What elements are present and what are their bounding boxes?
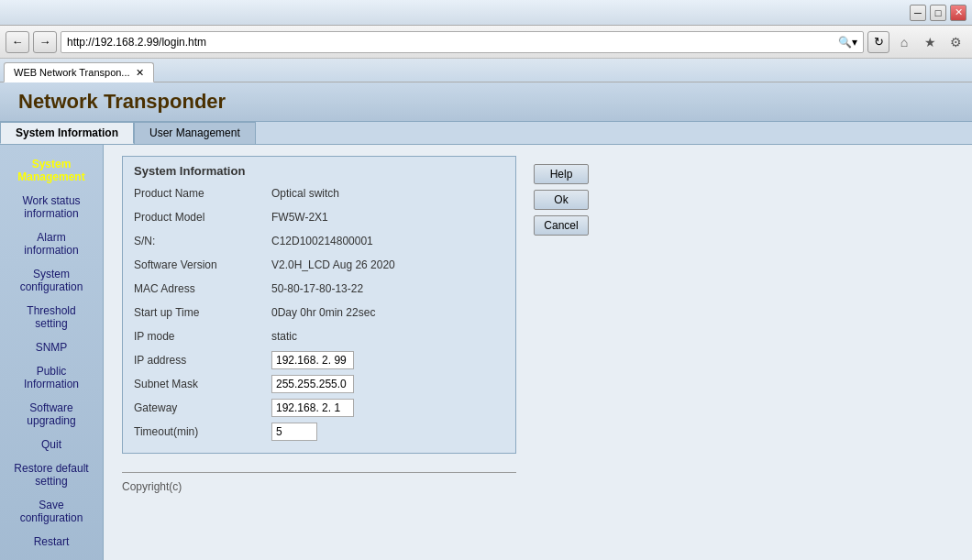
- sidebar-item-system-config-label: System configuration: [20, 268, 83, 293]
- field-product-name: Product Name Optical switch: [134, 183, 504, 203]
- label-sn: S/N:: [134, 235, 271, 247]
- ok-button[interactable]: Ok: [534, 190, 589, 210]
- input-subnet-mask[interactable]: [271, 375, 354, 393]
- sidebar-item-public-label: Public Information: [24, 365, 79, 390]
- maximize-button[interactable]: □: [930, 5, 946, 21]
- sidebar-item-restore-label: Restore default setting: [14, 462, 88, 488]
- sidebar-note: NOTE: Please save before restart: [0, 554, 103, 560]
- sidebar-item-threshold-setting[interactable]: Threshold setting: [0, 299, 103, 335]
- label-startup-time: Start up Time: [134, 306, 271, 319]
- value-ip-mode: static: [271, 330, 297, 343]
- app-title: Network Transponder: [18, 90, 954, 114]
- sidebar-item-save-configuration[interactable]: Save configuration: [0, 493, 103, 530]
- field-subnet-mask: Subnet Mask: [134, 374, 504, 394]
- window-controls: ─ □ ✕: [910, 5, 966, 21]
- section-title: System Information: [134, 164, 504, 178]
- sidebar-item-work-status[interactable]: Work status information: [0, 189, 103, 225]
- field-software-version: Software Version V2.0H_LCD Aug 26 2020: [134, 255, 504, 275]
- field-ip-mode: IP mode static: [134, 326, 504, 346]
- value-software-version: V2.0H_LCD Aug 26 2020: [271, 258, 395, 271]
- value-product-name: Optical switch: [271, 187, 339, 200]
- page-wrapper: Network Transponder System Information U…: [0, 82, 972, 560]
- nav-icons: ⌂ ★ ⚙: [893, 31, 966, 53]
- label-timeout: Timeout(min): [134, 425, 271, 438]
- browser-tab-active[interactable]: WEB Network Transpon... ✕: [4, 62, 154, 82]
- field-product-model: Product Model FW5W-2X1: [134, 207, 504, 227]
- nav-bar: ← → http://192.168.2.99/login.htm 🔍▾ ↻ ⌂…: [0, 26, 972, 59]
- sidebar-item-alarm-label: Alarm information: [24, 231, 78, 257]
- sidebar-item-work-status-label: Work status information: [22, 194, 80, 220]
- home-button[interactable]: ⌂: [893, 31, 915, 53]
- sidebar-item-system-configuration[interactable]: System configuration: [0, 262, 103, 299]
- sidebar-item-restart[interactable]: Restart: [0, 530, 103, 554]
- cancel-button[interactable]: Cancel: [534, 215, 589, 236]
- action-buttons: Help Ok Cancel: [534, 164, 589, 236]
- value-sn: C12D100214800001: [271, 235, 373, 247]
- favorites-button[interactable]: ★: [919, 31, 941, 53]
- content-area: System Information Help Ok Cancel Produc…: [104, 145, 972, 504]
- title-bar: ─ □ ✕: [0, 0, 972, 26]
- value-mac-address: 50-80-17-80-13-22: [271, 282, 363, 295]
- help-button[interactable]: Help: [534, 164, 589, 184]
- value-startup-time: 0Day 0hr 0min 22sec: [271, 306, 375, 319]
- back-button[interactable]: ←: [6, 31, 29, 53]
- address-bar[interactable]: http://192.168.2.99/login.htm 🔍▾: [61, 31, 864, 53]
- tab-user-management[interactable]: User Management: [134, 122, 256, 144]
- page-body: System Management Work status informatio…: [0, 145, 972, 560]
- page-header: Network Transponder: [0, 82, 972, 122]
- refresh-button[interactable]: ↻: [867, 31, 889, 53]
- sidebar-item-public-information[interactable]: Public Information: [0, 359, 103, 396]
- sidebar-item-software-label: Software upgrading: [27, 401, 75, 427]
- tools-button[interactable]: ⚙: [944, 31, 966, 53]
- browser-tab-label: WEB Network Transpon...: [14, 67, 130, 78]
- label-product-model: Product Model: [134, 211, 271, 224]
- close-button[interactable]: ✕: [950, 5, 966, 21]
- system-info-table: Product Name Optical switch Product Mode…: [134, 183, 504, 442]
- label-ip-mode: IP mode: [134, 330, 271, 343]
- sidebar-item-snmp[interactable]: SNMP: [0, 335, 103, 359]
- field-startup-time: Start up Time 0Day 0hr 0min 22sec: [134, 302, 504, 323]
- label-product-name: Product Name: [134, 187, 271, 200]
- label-software-version: Software Version: [134, 258, 271, 271]
- sidebar-item-restore-default[interactable]: Restore default setting: [0, 456, 103, 493]
- browser-tab-close-icon[interactable]: ✕: [136, 67, 144, 79]
- sidebar-item-quit[interactable]: Quit: [0, 433, 103, 456]
- tab-system-information[interactable]: System Information: [0, 122, 134, 144]
- value-product-model: FW5W-2X1: [271, 211, 328, 224]
- browser-tab-bar: WEB Network Transpon... ✕: [0, 59, 972, 82]
- field-sn: S/N: C12D100214800001: [134, 231, 504, 251]
- sidebar-item-restart-label: Restart: [34, 535, 70, 548]
- tab-system-information-label: System Information: [16, 126, 118, 139]
- browser-window: ─ □ ✕ ← → http://192.168.2.99/login.htm …: [0, 0, 972, 560]
- minimize-button[interactable]: ─: [910, 5, 926, 21]
- search-dropdown-icon: 🔍▾: [838, 36, 857, 49]
- input-gateway[interactable]: [271, 399, 354, 417]
- sidebar-item-software-upgrading[interactable]: Software upgrading: [0, 396, 103, 433]
- sidebar-item-save-label: Save configuration: [20, 499, 83, 524]
- field-timeout: Timeout(min): [134, 422, 504, 442]
- sidebar-item-system-management-label: System Management: [17, 158, 84, 183]
- sidebar-item-system-management[interactable]: System Management: [0, 152, 103, 189]
- label-ip-address: IP address: [134, 354, 271, 367]
- sidebar: System Management Work status informatio…: [0, 145, 104, 560]
- input-timeout[interactable]: [271, 423, 317, 441]
- sidebar-item-snmp-label: SNMP: [36, 341, 68, 354]
- field-ip-address: IP address: [134, 350, 504, 370]
- system-info-box: System Information Help Ok Cancel Produc…: [122, 156, 516, 454]
- field-gateway: Gateway: [134, 398, 504, 418]
- copyright-divider: [122, 472, 516, 473]
- content-tab-bar: System Information User Management: [0, 122, 972, 145]
- tab-user-management-label: User Management: [149, 126, 240, 139]
- sidebar-item-quit-label: Quit: [41, 438, 61, 451]
- input-ip-address[interactable]: [271, 351, 354, 369]
- sidebar-item-alarm-information[interactable]: Alarm information: [0, 225, 103, 262]
- sidebar-item-threshold-label: Threshold setting: [27, 304, 75, 330]
- main-content: System Information Help Ok Cancel Produc…: [104, 145, 972, 560]
- label-gateway: Gateway: [134, 401, 271, 414]
- copyright-text: Copyright(c): [122, 480, 954, 493]
- field-mac-address: MAC Adress 50-80-17-80-13-22: [134, 279, 504, 299]
- label-subnet-mask: Subnet Mask: [134, 378, 271, 390]
- address-text: http://192.168.2.99/login.htm: [67, 36, 838, 49]
- forward-button[interactable]: →: [33, 31, 57, 53]
- label-mac-address: MAC Adress: [134, 282, 271, 295]
